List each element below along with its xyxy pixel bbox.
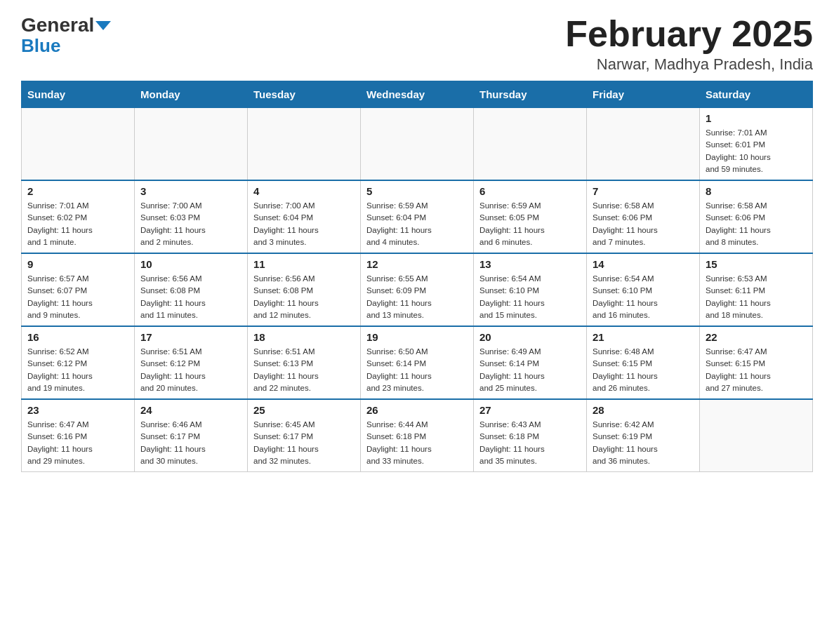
day-info: Sunrise: 6:54 AMSunset: 6:10 PMDaylight:… xyxy=(479,273,581,321)
day-info: Sunrise: 6:51 AMSunset: 6:13 PMDaylight:… xyxy=(253,346,355,394)
calendar-table: SundayMondayTuesdayWednesdayThursdayFrid… xyxy=(21,81,813,472)
calendar-day-cell: 18Sunrise: 6:51 AMSunset: 6:13 PMDayligh… xyxy=(248,326,361,399)
day-info: Sunrise: 6:46 AMSunset: 6:17 PMDaylight:… xyxy=(140,419,241,467)
day-info: Sunrise: 6:52 AMSunset: 6:12 PMDaylight:… xyxy=(27,346,128,394)
day-number: 4 xyxy=(253,185,355,197)
calendar-day-cell: 8Sunrise: 6:58 AMSunset: 6:06 PMDaylight… xyxy=(700,180,813,253)
day-number: 2 xyxy=(27,185,128,197)
calendar-day-cell xyxy=(135,108,248,181)
day-info: Sunrise: 7:00 AMSunset: 6:04 PMDaylight:… xyxy=(253,200,355,248)
logo: General Blue xyxy=(21,14,111,57)
calendar-day-cell: 4Sunrise: 7:00 AMSunset: 6:04 PMDaylight… xyxy=(248,180,361,253)
calendar-day-cell: 15Sunrise: 6:53 AMSunset: 6:11 PMDayligh… xyxy=(700,253,813,326)
day-number: 15 xyxy=(706,258,807,270)
day-info: Sunrise: 7:01 AMSunset: 6:01 PMDaylight:… xyxy=(706,127,807,175)
calendar-day-cell: 2Sunrise: 7:01 AMSunset: 6:02 PMDaylight… xyxy=(22,180,135,253)
weekday-header-thursday: Thursday xyxy=(474,81,587,108)
calendar-day-cell xyxy=(248,108,361,181)
day-number: 17 xyxy=(140,331,241,343)
day-info: Sunrise: 6:44 AMSunset: 6:18 PMDaylight:… xyxy=(366,419,468,467)
calendar-day-cell: 16Sunrise: 6:52 AMSunset: 6:12 PMDayligh… xyxy=(22,326,135,399)
calendar-day-cell: 28Sunrise: 6:42 AMSunset: 6:19 PMDayligh… xyxy=(587,399,700,472)
day-number: 25 xyxy=(253,404,355,416)
calendar-week-row: 1Sunrise: 7:01 AMSunset: 6:01 PMDaylight… xyxy=(22,108,813,181)
calendar-day-cell xyxy=(700,399,813,472)
calendar-day-cell: 26Sunrise: 6:44 AMSunset: 6:18 PMDayligh… xyxy=(361,399,474,472)
weekday-header-friday: Friday xyxy=(587,81,700,108)
calendar-day-cell: 27Sunrise: 6:43 AMSunset: 6:18 PMDayligh… xyxy=(474,399,587,472)
day-number: 13 xyxy=(479,258,581,270)
day-number: 6 xyxy=(479,185,581,197)
day-number: 20 xyxy=(479,331,581,343)
calendar-day-cell: 23Sunrise: 6:47 AMSunset: 6:16 PMDayligh… xyxy=(22,399,135,472)
logo-arrow-icon xyxy=(95,21,111,30)
day-info: Sunrise: 6:47 AMSunset: 6:16 PMDaylight:… xyxy=(27,419,128,467)
weekday-header-sunday: Sunday xyxy=(22,81,135,108)
calendar-day-cell: 3Sunrise: 7:00 AMSunset: 6:03 PMDaylight… xyxy=(135,180,248,253)
day-number: 10 xyxy=(140,258,241,270)
calendar-week-row: 2Sunrise: 7:01 AMSunset: 6:02 PMDaylight… xyxy=(22,180,813,253)
calendar-week-row: 9Sunrise: 6:57 AMSunset: 6:07 PMDaylight… xyxy=(22,253,813,326)
calendar-day-cell: 11Sunrise: 6:56 AMSunset: 6:08 PMDayligh… xyxy=(248,253,361,326)
calendar-day-cell: 1Sunrise: 7:01 AMSunset: 6:01 PMDaylight… xyxy=(700,108,813,181)
calendar-day-cell xyxy=(361,108,474,181)
weekday-header-tuesday: Tuesday xyxy=(248,81,361,108)
calendar-day-cell: 19Sunrise: 6:50 AMSunset: 6:14 PMDayligh… xyxy=(361,326,474,399)
day-info: Sunrise: 7:00 AMSunset: 6:03 PMDaylight:… xyxy=(140,200,241,248)
day-number: 14 xyxy=(593,258,694,270)
calendar-day-cell xyxy=(474,108,587,181)
day-number: 11 xyxy=(253,258,355,270)
day-info: Sunrise: 6:47 AMSunset: 6:15 PMDaylight:… xyxy=(706,346,807,394)
day-info: Sunrise: 6:53 AMSunset: 6:11 PMDaylight:… xyxy=(706,273,807,321)
day-info: Sunrise: 6:54 AMSunset: 6:10 PMDaylight:… xyxy=(593,273,694,321)
day-info: Sunrise: 6:56 AMSunset: 6:08 PMDaylight:… xyxy=(253,273,355,321)
day-number: 12 xyxy=(366,258,468,270)
day-info: Sunrise: 6:45 AMSunset: 6:17 PMDaylight:… xyxy=(253,419,355,467)
calendar-week-row: 16Sunrise: 6:52 AMSunset: 6:12 PMDayligh… xyxy=(22,326,813,399)
calendar-day-cell xyxy=(587,108,700,181)
calendar-day-cell: 20Sunrise: 6:49 AMSunset: 6:14 PMDayligh… xyxy=(474,326,587,399)
calendar-day-cell: 13Sunrise: 6:54 AMSunset: 6:10 PMDayligh… xyxy=(474,253,587,326)
day-number: 23 xyxy=(27,404,128,416)
calendar-day-cell: 25Sunrise: 6:45 AMSunset: 6:17 PMDayligh… xyxy=(248,399,361,472)
day-number: 28 xyxy=(593,404,694,416)
calendar-day-cell: 21Sunrise: 6:48 AMSunset: 6:15 PMDayligh… xyxy=(587,326,700,399)
day-number: 19 xyxy=(366,331,468,343)
calendar-day-cell: 5Sunrise: 6:59 AMSunset: 6:04 PMDaylight… xyxy=(361,180,474,253)
calendar-day-cell: 17Sunrise: 6:51 AMSunset: 6:12 PMDayligh… xyxy=(135,326,248,399)
main-title: February 2025 xyxy=(565,14,813,54)
day-info: Sunrise: 6:48 AMSunset: 6:15 PMDaylight:… xyxy=(593,346,694,394)
day-info: Sunrise: 6:58 AMSunset: 6:06 PMDaylight:… xyxy=(706,200,807,248)
day-info: Sunrise: 6:43 AMSunset: 6:18 PMDaylight:… xyxy=(479,419,581,467)
day-number: 7 xyxy=(593,185,694,197)
day-number: 21 xyxy=(593,331,694,343)
day-number: 9 xyxy=(27,258,128,270)
day-number: 22 xyxy=(706,331,807,343)
day-info: Sunrise: 6:51 AMSunset: 6:12 PMDaylight:… xyxy=(140,346,241,394)
day-info: Sunrise: 7:01 AMSunset: 6:02 PMDaylight:… xyxy=(27,200,128,248)
weekday-header-wednesday: Wednesday xyxy=(361,81,474,108)
calendar-header-row: SundayMondayTuesdayWednesdayThursdayFrid… xyxy=(22,81,813,108)
weekday-header-saturday: Saturday xyxy=(700,81,813,108)
day-number: 5 xyxy=(366,185,468,197)
calendar-day-cell: 22Sunrise: 6:47 AMSunset: 6:15 PMDayligh… xyxy=(700,326,813,399)
logo-blue-text: Blue xyxy=(21,35,60,57)
day-number: 24 xyxy=(140,404,241,416)
day-info: Sunrise: 6:57 AMSunset: 6:07 PMDaylight:… xyxy=(27,273,128,321)
calendar-day-cell: 14Sunrise: 6:54 AMSunset: 6:10 PMDayligh… xyxy=(587,253,700,326)
page-header: General Blue February 2025 Narwar, Madhy… xyxy=(21,14,813,74)
day-number: 16 xyxy=(27,331,128,343)
day-number: 8 xyxy=(706,185,807,197)
day-info: Sunrise: 6:56 AMSunset: 6:08 PMDaylight:… xyxy=(140,273,241,321)
day-info: Sunrise: 6:59 AMSunset: 6:05 PMDaylight:… xyxy=(479,200,581,248)
logo-general-text: General xyxy=(21,14,94,36)
day-info: Sunrise: 6:58 AMSunset: 6:06 PMDaylight:… xyxy=(593,200,694,248)
day-number: 1 xyxy=(706,112,807,124)
calendar-day-cell: 24Sunrise: 6:46 AMSunset: 6:17 PMDayligh… xyxy=(135,399,248,472)
day-info: Sunrise: 6:55 AMSunset: 6:09 PMDaylight:… xyxy=(366,273,468,321)
subtitle: Narwar, Madhya Pradesh, India xyxy=(565,55,813,74)
calendar-day-cell: 12Sunrise: 6:55 AMSunset: 6:09 PMDayligh… xyxy=(361,253,474,326)
weekday-header-monday: Monday xyxy=(135,81,248,108)
calendar-day-cell: 10Sunrise: 6:56 AMSunset: 6:08 PMDayligh… xyxy=(135,253,248,326)
calendar-day-cell: 9Sunrise: 6:57 AMSunset: 6:07 PMDaylight… xyxy=(22,253,135,326)
